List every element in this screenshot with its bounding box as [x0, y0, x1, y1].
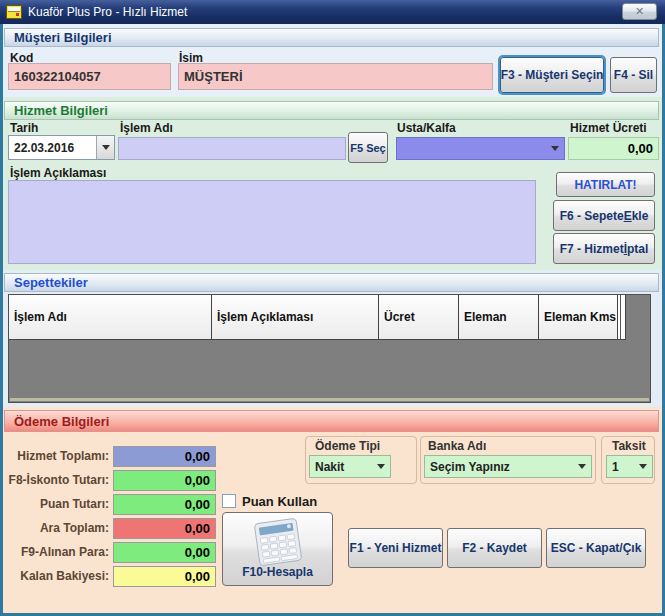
- islem-adi-label: İşlem Adı: [120, 121, 173, 135]
- cart-column-header[interactable]: Ücret: [379, 295, 459, 340]
- banka-adi-value: Seçim Yapınız: [430, 460, 510, 474]
- f5-sec-button[interactable]: F5 Seç: [348, 132, 388, 163]
- chevron-down-icon: [551, 146, 559, 151]
- chevron-down-icon: [639, 464, 647, 469]
- cart-table-header: İşlem Adıİşlem AçıklamasıÜcretElemanElem…: [9, 295, 626, 340]
- f6-sepete-ekle-button[interactable]: F6 - Sepete Ekle: [553, 200, 655, 231]
- hizmet-toplami-label: Hizmet Toplamı:: [3, 449, 109, 463]
- chevron-down-icon: [102, 145, 110, 150]
- cart-section-title: Sepettekiler: [14, 275, 88, 290]
- puan-tutari-label: Puan Tutarı:: [3, 497, 109, 511]
- ara-toplam-label: Ara Toplam:: [3, 521, 109, 535]
- tarih-combobox[interactable]: 22.03.2016: [8, 135, 115, 160]
- esc-kapat-cik-button[interactable]: ESC - Kapat/Çık: [546, 528, 646, 568]
- f7-label-prefix: F7 - Hizmet: [560, 242, 624, 256]
- f7-label-suffix: ptal: [627, 242, 648, 256]
- usta-kalfa-label: Usta/Kalfa: [397, 121, 456, 135]
- odeme-tipi-value: Nakit: [315, 460, 344, 474]
- taksit-label: Taksit: [612, 439, 646, 453]
- window-title: Kuaför Plus Pro - Hızlı Hizmet: [28, 5, 187, 19]
- f9-alinan-para-field[interactable]: 0,00: [113, 542, 216, 563]
- puan-kullan-checkbox[interactable]: [222, 494, 236, 508]
- customer-section-title: Müşteri Bilgileri: [14, 30, 112, 45]
- isim-field[interactable]: MÜŞTERİ: [178, 63, 493, 90]
- hizmet-ucreti-label: Hizmet Ücreti: [570, 121, 647, 135]
- puan-tutari-field[interactable]: 0,00: [113, 494, 216, 515]
- taksit-combobox[interactable]: 1: [606, 455, 653, 478]
- f7-hizmet-iptal-button[interactable]: F7 - Hizmet İptal: [553, 233, 655, 264]
- banka-adi-combobox[interactable]: Seçim Yapınız: [424, 455, 592, 478]
- hatirlat-button[interactable]: HATIRLAT!: [556, 172, 655, 197]
- f8-iskonto-tutari-label: F8-İskonto Tutarı:: [3, 473, 109, 487]
- kod-field[interactable]: 160322104057: [8, 63, 171, 90]
- tarih-dropdown-button[interactable]: [96, 136, 114, 159]
- islem-aciklamasi-textarea[interactable]: [8, 180, 536, 264]
- islem-adi-field[interactable]: [118, 137, 346, 160]
- app-icon: [6, 5, 22, 19]
- cart-column-header[interactable]: İşlem Açıklaması: [212, 295, 379, 340]
- ara-toplam-field[interactable]: 0,00: [113, 518, 216, 539]
- odeme-tipi-combobox[interactable]: Nakit: [309, 455, 391, 478]
- kalan-bakiyesi-field[interactable]: 0,00: [113, 566, 216, 587]
- f6-label-prefix: F6 - Sepete: [560, 209, 624, 223]
- f6-label-suffix: kle: [632, 209, 649, 223]
- tarih-value: 22.03.2016: [9, 141, 96, 155]
- cart-table-bottom-strip: [10, 398, 649, 401]
- taksit-value: 1: [612, 460, 619, 474]
- cart-column-header[interactable]: İşlem Adı: [9, 295, 212, 340]
- customer-section-header: Müşteri Bilgileri: [4, 28, 659, 47]
- service-section-header: Hizmet Bilgileri: [4, 101, 659, 120]
- close-icon: ✕: [635, 5, 644, 18]
- service-section-title: Hizmet Bilgileri: [14, 103, 108, 118]
- hizmet-ucreti-field[interactable]: 0,00: [568, 137, 659, 160]
- banka-adi-label: Banka Adı: [428, 439, 486, 453]
- tarih-label: Tarih: [10, 121, 38, 135]
- app-window: Kuaför Plus Pro - Hızlı Hizmet ✕ Müşteri…: [0, 0, 665, 616]
- cart-scroll-strip: [618, 295, 626, 340]
- f3-musteri-secin-button[interactable]: F3 - Müşteri Seçin: [500, 57, 604, 93]
- f4-sil-button[interactable]: F4 - Sil: [610, 57, 657, 93]
- f10-hesapla-label: F10-Hesapla: [242, 565, 313, 579]
- cart-column-header[interactable]: Eleman Kms: [539, 295, 618, 340]
- cart-section-header: Sepettekiler: [4, 273, 659, 292]
- f2-kaydet-button[interactable]: F2 - Kaydet: [447, 528, 542, 568]
- chevron-down-icon: [377, 464, 385, 469]
- f10-hesapla-button[interactable]: F10-Hesapla: [222, 512, 333, 586]
- f6-hotkey: E: [624, 209, 632, 223]
- f9-alinan-para-label: F9-Alınan Para:: [3, 545, 109, 559]
- usta-kalfa-combobox[interactable]: [396, 137, 565, 160]
- hizmet-toplami-field[interactable]: 0,00: [113, 446, 216, 467]
- odeme-tipi-label: Ödeme Tipi: [315, 439, 380, 453]
- title-bar: Kuaför Plus Pro - Hızlı Hizmet ✕: [0, 0, 665, 24]
- f8-iskonto-tutari-field[interactable]: 0,00: [113, 470, 216, 491]
- cart-column-header[interactable]: Eleman: [459, 295, 539, 340]
- payment-section-title: Ödeme Bilgileri: [14, 414, 109, 429]
- f1-yeni-hizmet-button[interactable]: F1 - Yeni Hizmet: [348, 528, 443, 568]
- islem-aciklamasi-label: İşlem Açıklaması: [10, 166, 106, 180]
- kalan-bakiyesi-label: Kalan Bakiyesi:: [3, 569, 109, 583]
- calculator-icon: [248, 515, 308, 568]
- close-button[interactable]: ✕: [622, 3, 657, 20]
- puan-kullan-label: Puan Kullan: [242, 494, 317, 509]
- chevron-down-icon: [578, 464, 586, 469]
- payment-section-header: Ödeme Bilgileri: [4, 410, 659, 432]
- window-body: Müşteri Bilgileri Kod 160322104057 İsim …: [0, 24, 665, 616]
- cart-table: İşlem Adıİşlem AçıklamasıÜcretElemanElem…: [8, 294, 651, 403]
